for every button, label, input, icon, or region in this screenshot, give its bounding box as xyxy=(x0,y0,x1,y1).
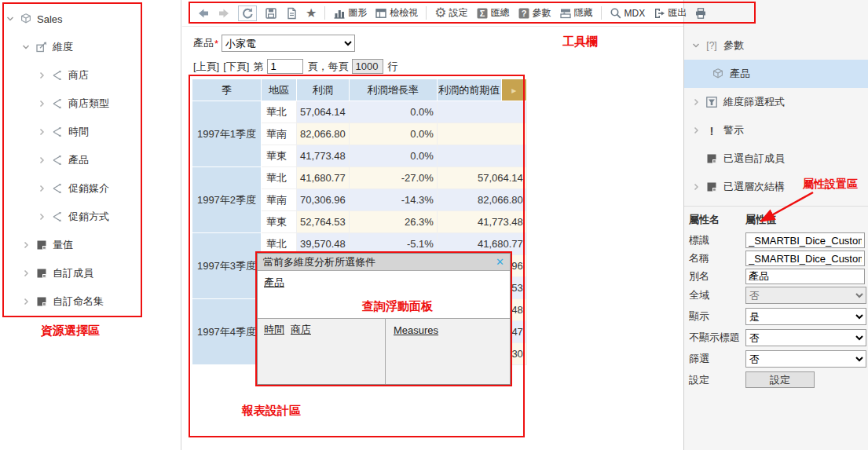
chart-button[interactable]: 圖形 xyxy=(333,6,367,20)
settings-item-0[interactable]: [?]參數 xyxy=(684,31,868,60)
chevron-right-icon[interactable] xyxy=(20,269,31,278)
tree-item-label[interactable]: 量值 xyxy=(53,238,73,252)
property-grid-header: 屬性名 屬性值 xyxy=(689,213,868,227)
setting-button[interactable]: 設定 xyxy=(745,371,815,388)
chevron-down-icon[interactable] xyxy=(5,14,16,24)
settings-button[interactable]: ⚙設定 xyxy=(434,6,467,20)
tree-item-sales[interactable]: Sales xyxy=(0,5,181,33)
table-view-button[interactable]: 檢檢視 xyxy=(375,6,418,20)
tree-item-9[interactable]: 自訂成員 xyxy=(0,259,181,287)
float-panel-titlebar[interactable]: 當前多維度分析所選條件 ✕ xyxy=(258,254,510,271)
chevron-right-icon[interactable] xyxy=(690,182,701,192)
summary-button[interactable]: Σ匯總 xyxy=(476,6,510,20)
tree-item-3[interactable]: 商店類型 xyxy=(0,90,181,118)
tree-item-label[interactable]: 自訂命名集 xyxy=(53,295,104,309)
settings-item-label[interactable]: 參數 xyxy=(723,38,744,53)
tree-item-10[interactable]: 自訂命名集 xyxy=(0,287,181,316)
tree-item-label[interactable]: 商店 xyxy=(68,68,89,82)
property-select-5[interactable]: 否 xyxy=(745,329,866,346)
parameters-button[interactable]: ?參數 xyxy=(518,6,551,20)
alert-icon: ! xyxy=(705,124,719,137)
chevron-right-icon[interactable] xyxy=(36,99,47,108)
prev-value-cell: 41,773.48 xyxy=(437,211,526,233)
tree-item-7[interactable]: 促銷方式 xyxy=(0,203,181,231)
chevron-right-icon[interactable] xyxy=(36,184,47,193)
hide-button[interactable]: 隱藏 xyxy=(559,6,593,20)
settings-item-label[interactable]: 警示 xyxy=(723,123,744,137)
property-input-1[interactable] xyxy=(745,251,865,266)
property-select-4[interactable]: 是 xyxy=(745,308,866,325)
column-header: 季 xyxy=(192,79,262,101)
settings-item-1[interactable]: 產品 xyxy=(684,60,868,88)
measures-link[interactable]: Measures xyxy=(394,324,438,336)
chevron-down-icon[interactable] xyxy=(20,42,31,52)
measure-icon xyxy=(35,295,48,308)
cube-icon xyxy=(19,13,32,25)
chevron-down-icon[interactable] xyxy=(690,41,701,50)
time-dimension-link[interactable]: 時間 xyxy=(264,323,284,337)
chevron-right-icon[interactable] xyxy=(690,126,701,135)
next-page-link[interactable]: [下頁] xyxy=(223,60,249,74)
parameter-tree: [?]參數產品維度篩選程式!警示已選自訂成員已選層次結構 xyxy=(684,31,868,201)
tree-item-8[interactable]: 量值 xyxy=(0,231,181,259)
tree-item-label[interactable]: 維度 xyxy=(53,40,73,54)
quarter-cell: 1997年1季度 xyxy=(192,101,262,167)
float-annotation-label: 查詢浮動面板 xyxy=(362,299,433,314)
save-as-button[interactable] xyxy=(285,7,298,20)
settings-item-2[interactable]: 維度篩選程式 xyxy=(684,88,868,116)
close-icon[interactable]: ✕ xyxy=(496,256,504,268)
favorite-button[interactable]: ★ xyxy=(306,6,317,20)
settings-item-3[interactable]: !警示 xyxy=(684,116,868,145)
settings-item-label[interactable]: 產品 xyxy=(730,67,750,81)
header-scroll-right-button[interactable]: ▸ xyxy=(501,79,526,101)
tree-item-6[interactable]: 促銷媒介 xyxy=(0,174,181,203)
property-select-6[interactable]: 否 xyxy=(745,350,866,368)
property-input-0[interactable] xyxy=(745,232,865,248)
page-number-input[interactable] xyxy=(267,59,303,74)
tree-item-2[interactable]: 商店 xyxy=(0,61,181,90)
column-header: 利潤的前期值 xyxy=(437,79,501,101)
toolbar: ★圖形檢檢視⚙設定Σ匯總?參數隱藏MDX匯出 xyxy=(193,3,711,23)
tree-item-4[interactable]: 時間 xyxy=(0,118,181,146)
settings-item-label[interactable]: 已選層次結構 xyxy=(723,180,785,194)
chevron-right-icon[interactable] xyxy=(690,97,701,107)
export-button[interactable]: 匯出 xyxy=(653,6,687,20)
settings-item-4[interactable]: 已選自訂成員 xyxy=(684,145,868,173)
property-input-2[interactable] xyxy=(745,269,865,284)
property-row: 顯示是 xyxy=(689,308,868,325)
chevron-right-icon[interactable] xyxy=(20,240,31,250)
query-float-panel: 當前多維度分析所選條件 ✕ 產品 查詢浮動面板 時間 商店 Measures xyxy=(255,251,512,386)
measures-cell: Measures xyxy=(386,319,510,384)
refresh-button[interactable] xyxy=(238,5,257,21)
tree-item-label[interactable]: 促銷媒介 xyxy=(68,181,109,196)
page-size-input[interactable] xyxy=(352,59,383,74)
store-dimension-link[interactable]: 商店 xyxy=(291,323,311,337)
settings-item-label[interactable]: 維度篩選程式 xyxy=(723,95,785,109)
chevron-right-icon[interactable] xyxy=(36,127,47,137)
back-button[interactable] xyxy=(197,7,210,20)
tree-item-label[interactable]: 促銷方式 xyxy=(68,210,109,224)
chevron-right-icon[interactable] xyxy=(36,212,47,221)
forward-button[interactable] xyxy=(218,7,230,20)
tree-item-label[interactable]: 產品 xyxy=(68,153,89,167)
tree-item-label[interactable]: Sales xyxy=(37,13,63,25)
product-dimension-link[interactable]: 產品 xyxy=(264,276,284,288)
property-select-3[interactable]: 否 xyxy=(745,287,866,304)
tree-item-label[interactable]: 自訂成員 xyxy=(53,266,93,280)
tree-item-1[interactable]: 維度 xyxy=(0,33,181,61)
chevron-right-icon[interactable] xyxy=(36,71,47,80)
required-mark: * xyxy=(214,38,218,49)
toolbar-annotation-label: 工具欄 xyxy=(562,35,598,49)
product-select[interactable]: 小家電 xyxy=(222,35,355,52)
print-button[interactable] xyxy=(694,7,707,20)
save-button[interactable] xyxy=(265,7,277,20)
tree-item-5[interactable]: 產品 xyxy=(0,146,181,174)
chevron-right-icon[interactable] xyxy=(36,155,47,165)
chevron-right-icon[interactable] xyxy=(20,297,31,306)
tree-item-label[interactable]: 商店類型 xyxy=(68,97,109,111)
mdx-button[interactable]: MDX xyxy=(610,7,646,20)
product-filter-label: 產品 xyxy=(193,36,214,50)
settings-item-label[interactable]: 已選自訂成員 xyxy=(723,152,785,166)
prev-page-link[interactable]: [上頁] xyxy=(193,60,219,74)
tree-item-label[interactable]: 時間 xyxy=(68,125,89,139)
